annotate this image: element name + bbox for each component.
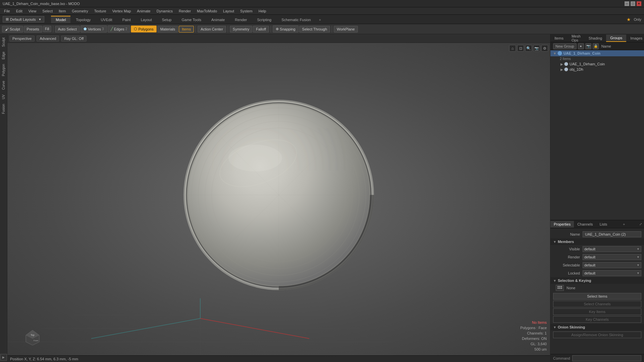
render-dropdown[interactable]: default ▼ bbox=[583, 254, 641, 260]
render-toggle[interactable]: 📷 bbox=[585, 43, 591, 49]
tab-model[interactable]: Model bbox=[51, 16, 70, 23]
zoom-button[interactable]: 🔍 bbox=[525, 45, 532, 52]
visible-dropdown[interactable]: default ▼ bbox=[583, 246, 641, 252]
command-input[interactable] bbox=[572, 355, 641, 361]
tab-uvedit[interactable]: UVEdit bbox=[96, 16, 117, 23]
key-channels-button[interactable]: Key Channels bbox=[553, 316, 641, 323]
tab-game-tools[interactable]: Game Tools bbox=[177, 16, 206, 23]
menu-animate[interactable]: Animate bbox=[134, 8, 153, 14]
presets-button[interactable]: Presets bbox=[24, 26, 42, 33]
visibility-toggle[interactable]: ● bbox=[578, 43, 584, 49]
only-label[interactable]: Only bbox=[634, 17, 641, 21]
frame-button[interactable]: ⊡ bbox=[517, 45, 524, 52]
action-center-button[interactable]: Action Center bbox=[198, 26, 226, 33]
sidebar-item-uv[interactable]: UV bbox=[1, 93, 6, 101]
name-input[interactable] bbox=[583, 231, 641, 237]
locked-dropdown[interactable]: default ▼ bbox=[583, 270, 641, 276]
scene-group-item[interactable]: ▼ UAE_1_Dirham_Coin bbox=[550, 50, 644, 56]
advanced-button[interactable]: Advanced bbox=[37, 36, 59, 42]
tab-add[interactable]: + bbox=[316, 16, 324, 23]
menu-file[interactable]: File bbox=[1, 8, 13, 14]
menu-geometry[interactable]: Geometry bbox=[69, 8, 91, 14]
menu-vertex-map[interactable]: Vertex Map bbox=[110, 8, 134, 14]
tab-groups[interactable]: Groups bbox=[606, 35, 626, 42]
sidebar-item-edge[interactable]: Edge bbox=[1, 50, 6, 61]
camera-button[interactable]: 📷 bbox=[533, 45, 540, 52]
tab-render[interactable]: Render bbox=[230, 16, 252, 23]
tab-setup[interactable]: Setup bbox=[157, 16, 176, 23]
settings-icon[interactable]: ⚙ bbox=[541, 45, 548, 52]
tab-images[interactable]: Images bbox=[626, 35, 644, 42]
pp-tab-lists[interactable]: Lists bbox=[596, 221, 611, 228]
scene-count-item: 2 Items bbox=[550, 56, 644, 61]
menu-render[interactable]: Render bbox=[176, 8, 194, 14]
pp-expand-button[interactable]: ⤢ bbox=[637, 222, 644, 227]
vertices-button[interactable]: ⬟Vertices 3 bbox=[80, 25, 107, 33]
sidebar-item-fusion[interactable]: Fusion bbox=[1, 102, 6, 116]
tab-topology[interactable]: Topology bbox=[71, 16, 95, 23]
tab-layout[interactable]: Layout bbox=[136, 16, 157, 23]
menu-maxtomodo[interactable]: MaxToModo bbox=[194, 8, 220, 14]
items-button[interactable]: Items bbox=[179, 26, 194, 33]
symmetry-button[interactable]: Symmetry bbox=[230, 26, 253, 33]
layout-dropdown[interactable]: ⊞ Default Layouts ▼ bbox=[3, 16, 44, 22]
sidebar-item-curve[interactable]: Curve bbox=[1, 79, 6, 92]
key-items-button[interactable]: Key Items bbox=[553, 308, 641, 315]
falloff-button[interactable]: Falloff bbox=[253, 26, 269, 33]
ray-gl-button[interactable]: Ray GL: Off bbox=[61, 36, 87, 42]
menu-dynamics[interactable]: Dynamics bbox=[154, 8, 175, 14]
menu-select[interactable]: Select bbox=[40, 8, 55, 14]
perspective-button[interactable]: Perspective bbox=[9, 36, 35, 42]
sculpt-button[interactable]: 🖌Sculpt bbox=[2, 26, 23, 33]
lock-toggle[interactable]: 🔒 bbox=[593, 43, 599, 49]
tab-paint[interactable]: Paint bbox=[118, 16, 136, 23]
auto-select-button[interactable]: Auto Select bbox=[55, 26, 80, 33]
menu-view[interactable]: View bbox=[26, 8, 39, 14]
maximize-button[interactable]: □ bbox=[631, 1, 635, 6]
svg-rect-31 bbox=[559, 286, 560, 287]
menu-texture[interactable]: Texture bbox=[92, 8, 109, 14]
snapping-button[interactable]: ⊕Snapping bbox=[273, 25, 299, 33]
pp-tab-add[interactable]: + bbox=[620, 221, 628, 228]
tab-mesh-ops[interactable]: Mesh Ops bbox=[568, 33, 585, 44]
menu-help[interactable]: Help bbox=[256, 8, 269, 14]
star-button[interactable]: ★ bbox=[627, 17, 631, 22]
tab-scripting[interactable]: Scripting bbox=[252, 16, 276, 23]
members-section-header[interactable]: ▼ Members bbox=[550, 238, 644, 245]
scene-mesh-item-2[interactable]: ▶ obj_1Dh bbox=[550, 67, 644, 72]
select-items-button[interactable]: Select Items bbox=[553, 293, 641, 300]
polygons-button[interactable]: ⬡Polygons bbox=[131, 25, 156, 33]
workplane-button[interactable]: WorkPlane bbox=[334, 26, 358, 33]
tab-animate[interactable]: Animate bbox=[207, 16, 229, 23]
edges-button[interactable]: ╱Edges 2 bbox=[108, 25, 130, 33]
new-group-button[interactable]: New Group bbox=[553, 43, 577, 49]
viewport-3d[interactable]: Top Front ⌂ ⊡ 🔍 📷 ⚙ No Items Polygons : … bbox=[7, 43, 550, 355]
select-channels-button[interactable]: Select Channels bbox=[553, 301, 641, 307]
pp-tab-properties[interactable]: Properties bbox=[550, 221, 574, 228]
onion-section-header[interactable]: ▼ Onion Skinning bbox=[550, 324, 644, 330]
grid-icon[interactable] bbox=[556, 285, 564, 291]
sidebar-item-polygon[interactable]: Polygon bbox=[1, 62, 6, 78]
fill-button[interactable]: Fill bbox=[43, 26, 51, 32]
pp-tab-channels[interactable]: Channels bbox=[574, 221, 596, 228]
menu-layout[interactable]: Layout bbox=[220, 8, 237, 14]
name-row: Name bbox=[550, 230, 644, 238]
sel-key-section-header[interactable]: ▼ Selection & Keying bbox=[550, 277, 644, 284]
materials-button[interactable]: Materials bbox=[157, 26, 178, 33]
sidebar-item-sculpt[interactable]: Sculpt bbox=[1, 36, 6, 49]
tab-shading[interactable]: Shading bbox=[585, 35, 606, 42]
select-through-button[interactable]: Select Through bbox=[299, 26, 330, 33]
selectable-dropdown[interactable]: default ▼ bbox=[583, 262, 641, 268]
menu-system[interactable]: System bbox=[237, 8, 255, 14]
menu-item[interactable]: Item bbox=[56, 8, 68, 14]
sidebar-bottom-btn[interactable]: ▶ bbox=[0, 354, 7, 361]
tab-items[interactable]: Items bbox=[550, 35, 568, 42]
nav-cube[interactable]: Top Front bbox=[24, 328, 41, 345]
tab-schematic-fusion[interactable]: Schematic Fusion bbox=[277, 16, 315, 23]
menu-edit[interactable]: Edit bbox=[13, 8, 25, 14]
home-view-button[interactable]: ⌂ bbox=[509, 45, 516, 52]
scene-mesh-item-1[interactable]: ▶ UAE_1_Dirham_Coin bbox=[550, 61, 644, 67]
close-button[interactable]: ✕ bbox=[637, 1, 641, 6]
minimize-button[interactable]: ─ bbox=[625, 1, 629, 6]
assign-remove-onion-button[interactable]: Assign/Remove Onion Skinning bbox=[553, 331, 641, 338]
